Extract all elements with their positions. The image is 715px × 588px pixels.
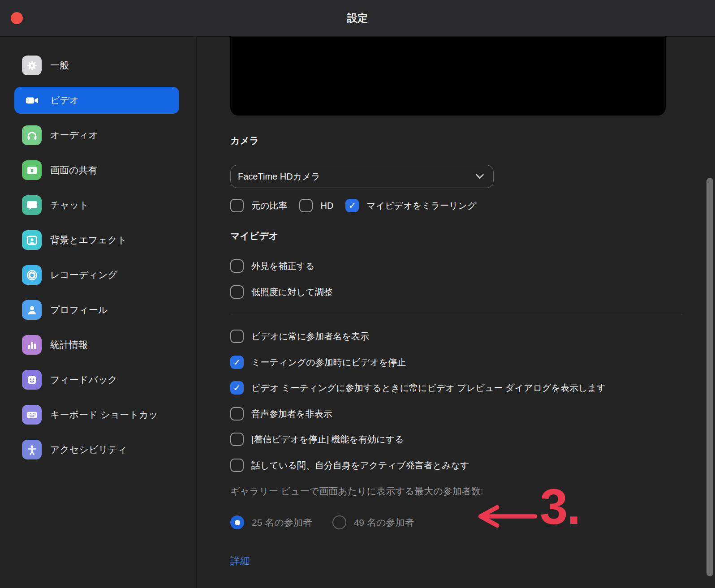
sidebar-item-label: 統計情報 — [50, 339, 88, 351]
sidebar-item-label: オーディオ — [50, 129, 98, 142]
accessibility-icon — [22, 440, 42, 459]
window-title: 設定 — [347, 11, 368, 25]
sidebar-item-label: キーボード ショートカッ — [50, 408, 158, 421]
sidebar-item-profile[interactable]: プロフィール — [14, 296, 179, 323]
sidebar-item-label: レコーディング — [50, 269, 117, 281]
radio-label: 25 名の参加者 — [252, 516, 312, 529]
sidebar-item-recording[interactable]: レコーディング — [14, 262, 179, 288]
sidebar-item-background-effects[interactable]: 背景とエフェクト — [14, 227, 179, 253]
checkbox-label: 低照度に対して調整 — [251, 286, 332, 298]
checkbox-row[interactable]: 元の比率 — [230, 199, 287, 212]
advanced-link[interactable]: 詳細 — [230, 554, 250, 568]
sidebar-item-chat[interactable]: チャット — [14, 192, 179, 219]
checkbox-label: ビデオに常に参加者名を表示 — [251, 330, 369, 343]
video-preview — [230, 37, 666, 116]
video-camera-icon — [22, 90, 42, 110]
radio-button[interactable] — [332, 515, 346, 529]
checkbox-label: HD — [320, 201, 333, 211]
checkbox-label: マイビデオをミラーリング — [366, 200, 476, 212]
sidebar-item-label: 画面の共有 — [50, 164, 98, 176]
radio-option-25[interactable]: 25 名の参加者 — [230, 515, 312, 529]
original-ratio-checkbox[interactable] — [230, 199, 244, 212]
low-light-adjust-checkbox[interactable] — [230, 285, 244, 299]
sidebar-item-label: プロフィール — [50, 304, 108, 316]
headphones-icon — [22, 125, 42, 145]
sidebar-item-general[interactable]: 一般 — [14, 52, 179, 79]
my-video-section-heading: マイビデオ — [230, 230, 682, 242]
close-button[interactable] — [11, 12, 23, 24]
checkbox-row[interactable]: ビデオ ミーティングに参加するときに常にビデオ プレビュー ダイアログを表示しま… — [230, 381, 682, 395]
sidebar-item-label: フィードバック — [50, 373, 117, 386]
scrollbar-thumb[interactable] — [706, 178, 713, 576]
gear-icon — [22, 56, 42, 75]
hide-non-video-participants-checkbox[interactable] — [230, 407, 244, 421]
sidebar-item-feedback[interactable]: フィードバック — [14, 366, 179, 393]
camera-select-value: FaceTime HDカメラ — [238, 171, 320, 183]
sidebar-item-label: チャット — [50, 199, 89, 211]
checkbox-row[interactable]: 音声参加者を非表示 — [230, 407, 682, 421]
sidebar: 一般 ビデオ オーディオ 画面の共有 — [0, 37, 197, 588]
divider — [230, 314, 682, 314]
show-participant-names-checkbox[interactable] — [230, 330, 244, 343]
mirror-video-checkbox[interactable] — [345, 199, 359, 212]
checkbox-row[interactable]: ビデオに常に参加者名を表示 — [230, 330, 682, 343]
profile-icon — [22, 300, 42, 320]
feedback-icon — [22, 370, 42, 390]
see-myself-active-speaker-checkbox[interactable] — [230, 459, 244, 472]
stop-incoming-video-checkbox[interactable] — [230, 433, 244, 446]
checkbox-row[interactable]: HD — [299, 199, 333, 212]
chat-bubble-icon — [22, 195, 42, 215]
video-preview-dialog-checkbox[interactable] — [230, 381, 244, 395]
camera-select[interactable]: FaceTime HDカメラ — [230, 165, 494, 188]
checkbox-label: [着信ビデオを停止] 機能を有効にする — [251, 433, 404, 446]
hd-checkbox[interactable] — [299, 199, 313, 212]
checkbox-label: 元の比率 — [251, 200, 287, 212]
checkbox-label: ミーティングの参加時にビデオを停止 — [251, 356, 406, 369]
sidebar-item-screen-share[interactable]: 画面の共有 — [14, 157, 179, 184]
sidebar-item-accessibility[interactable]: アクセシビリティ — [14, 436, 179, 463]
checkbox-row[interactable]: [着信ビデオを停止] 機能を有効にする — [230, 433, 682, 446]
settings-video-panel: カメラ FaceTime HDカメラ 元の比率 HD マイビデオをミラーリング … — [198, 37, 715, 588]
checkbox-row[interactable]: ミーティングの参加時にビデオを停止 — [230, 356, 682, 369]
checkbox-row[interactable]: 低照度に対して調整 — [230, 285, 682, 299]
sidebar-item-keyboard-shortcuts[interactable]: キーボード ショートカッ — [14, 401, 179, 428]
screen-share-icon — [22, 160, 42, 180]
gallery-view-heading: ギャラリー ビューで画面あたりに表示する最大の参加者数: — [230, 485, 682, 498]
stats-icon — [22, 335, 42, 355]
sidebar-item-video[interactable]: ビデオ — [14, 87, 179, 114]
sidebar-item-label: ビデオ — [50, 94, 79, 107]
radio-button[interactable] — [230, 515, 244, 529]
sidebar-item-statistics[interactable]: 統計情報 — [14, 331, 179, 358]
stop-video-on-join-checkbox[interactable] — [230, 356, 244, 369]
checkbox-row[interactable]: マイビデオをミラーリング — [345, 199, 476, 212]
keyboard-icon — [22, 405, 42, 425]
checkbox-row[interactable]: 話している間、自分自身をアクティブ発言者とみなす — [230, 459, 682, 472]
chevron-down-icon — [475, 174, 484, 179]
checkbox-label: ビデオ ミーティングに参加するときに常にビデオ プレビュー ダイアログを表示しま… — [251, 382, 606, 394]
checkbox-label: 外見を補正する — [251, 260, 314, 272]
sidebar-item-label: 一般 — [50, 59, 69, 72]
touch-up-appearance-checkbox[interactable] — [230, 259, 244, 273]
checkbox-row[interactable]: 外見を補正する — [230, 259, 682, 273]
radio-option-49[interactable]: 49 名の参加者 — [332, 515, 414, 529]
checkbox-label: 話している間、自分自身をアクティブ発言者とみなす — [251, 459, 469, 472]
camera-options-row: 元の比率 HD マイビデオをミラーリング — [230, 199, 682, 212]
radio-label: 49 名の参加者 — [354, 516, 414, 529]
sidebar-item-audio[interactable]: オーディオ — [14, 122, 179, 149]
record-icon — [22, 265, 42, 285]
checkbox-label: 音声参加者を非表示 — [251, 408, 332, 420]
titlebar: 設定 — [0, 0, 715, 37]
sidebar-item-label: 背景とエフェクト — [50, 234, 127, 246]
background-effects-icon — [22, 230, 42, 250]
sidebar-item-label: アクセシビリティ — [50, 443, 127, 456]
camera-section-heading: カメラ — [230, 134, 682, 147]
gallery-participants-radio-group: 25 名の参加者 49 名の参加者 — [230, 515, 682, 529]
